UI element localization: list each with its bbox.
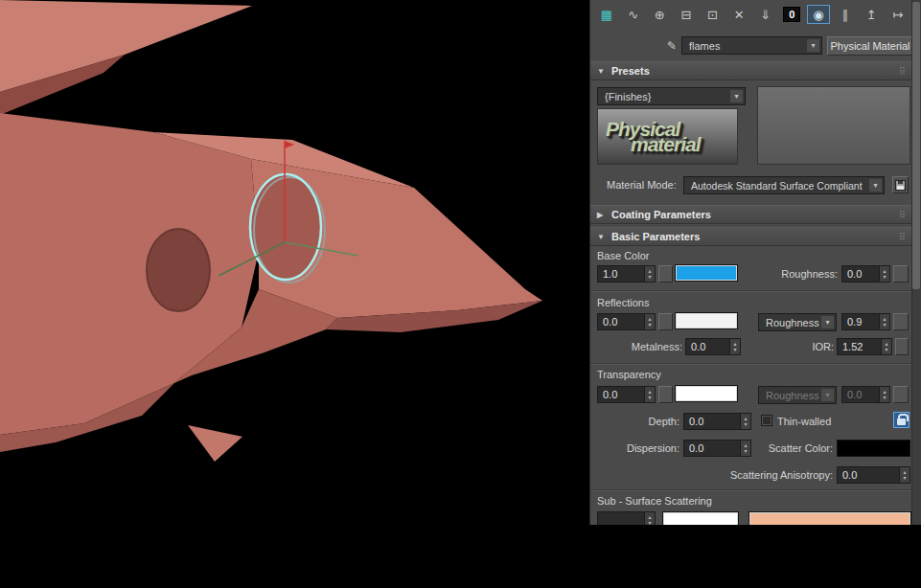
transparency-roughness-spinner: 0.0 bbox=[841, 386, 890, 403]
physical-material-logo: Physical material bbox=[597, 108, 738, 165]
go-forward-icon[interactable]: ↦ bbox=[886, 5, 909, 24]
depth-label: Depth: bbox=[617, 416, 679, 427]
finishes-value: {Finishes} bbox=[605, 91, 651, 102]
base-roughness-spinner[interactable]: 0.0 bbox=[841, 265, 890, 283]
save-icon bbox=[895, 180, 906, 191]
collapse-arrow-icon: ▼ bbox=[597, 233, 606, 241]
drag-grip-icon: ⠿ bbox=[899, 66, 906, 77]
base-weight-map-button[interactable] bbox=[658, 265, 673, 283]
spinner-arrows-icon[interactable] bbox=[740, 414, 750, 429]
reflections-roughness-spinner[interactable]: 0.9 bbox=[841, 313, 890, 330]
clear-material-icon[interactable]: ✕ bbox=[727, 5, 750, 24]
delete-material-icon[interactable]: ⊟ bbox=[675, 5, 698, 24]
sample-type-icon[interactable]: ∿ bbox=[622, 5, 645, 24]
metalness-label: Metalness: bbox=[617, 341, 682, 352]
ior-spinner[interactable]: 1.52 bbox=[837, 338, 892, 355]
collapse-arrow-icon: ▼ bbox=[597, 67, 606, 76]
transparency-roughness-map-button bbox=[893, 386, 909, 403]
presets-rollout-label: Presets bbox=[611, 65, 650, 77]
basic-rollout-header[interactable]: ▼ Basic Parameters ⠿ bbox=[590, 227, 911, 246]
reflections-roughness-map-button[interactable] bbox=[893, 313, 909, 330]
reflections-weight-map-button[interactable] bbox=[658, 313, 673, 330]
base-roughness-map-button[interactable] bbox=[893, 265, 909, 283]
spinner-arrows-icon[interactable] bbox=[899, 467, 909, 483]
metalness-spinner[interactable]: 0.0 bbox=[685, 338, 741, 355]
spinner-arrows-icon[interactable] bbox=[879, 314, 889, 329]
chevron-down-icon bbox=[807, 39, 819, 52]
finishes-dropdown[interactable]: {Finishes} bbox=[597, 87, 746, 105]
material-toolbar: ▦ ∿ ⊕ ⊟ ⊡ ✕ ⇓ 0 ◉ ∥ ↥ ↦ bbox=[592, 3, 912, 26]
material-mode-dropdown[interactable]: Autodesk Standard Surface Compliant bbox=[683, 176, 885, 194]
transparency-weight-spinner[interactable]: 0.0 bbox=[597, 386, 656, 403]
dispersion-spinner[interactable]: 0.0 bbox=[683, 440, 751, 457]
transparency-group-label: Transparency bbox=[597, 369, 661, 380]
assign-material-icon[interactable]: ⊕ bbox=[648, 5, 671, 24]
spinner-arrows-icon[interactable] bbox=[644, 387, 655, 402]
scattering-anisotropy-spinner[interactable]: 0.0 bbox=[837, 466, 910, 484]
basic-rollout-label: Basic Parameters bbox=[611, 231, 700, 242]
depth-spinner[interactable]: 0.0 bbox=[683, 413, 751, 430]
scatter-color-swatch[interactable] bbox=[837, 440, 910, 457]
spinner-arrows-icon[interactable] bbox=[644, 512, 655, 525]
sss-color-swatch[interactable] bbox=[662, 511, 739, 525]
reflections-color-swatch[interactable] bbox=[675, 312, 738, 329]
viewport-3d[interactable] bbox=[0, 0, 589, 588]
thin-walled-checkbox[interactable] bbox=[761, 415, 772, 426]
coating-rollout-header[interactable]: ▶ Coating Parameters ⠿ bbox=[590, 205, 911, 224]
sss-scatter-color-swatch[interactable] bbox=[748, 511, 911, 525]
scrollbar-thumb[interactable] bbox=[912, 2, 920, 289]
chevron-down-icon bbox=[730, 90, 743, 102]
spinner-arrows-icon[interactable] bbox=[881, 339, 891, 354]
spinner-arrows-icon[interactable] bbox=[740, 441, 750, 456]
divider bbox=[590, 489, 911, 491]
spinner-arrows-icon[interactable] bbox=[729, 339, 740, 354]
transparency-color-swatch[interactable] bbox=[675, 385, 738, 402]
material-name-dropdown[interactable]: flames bbox=[681, 36, 822, 55]
pick-material-icon[interactable]: ✎ bbox=[667, 39, 677, 53]
presets-rollout-header[interactable]: ▼ Presets ⠿ bbox=[590, 61, 911, 80]
base-color-group-label: Base Color bbox=[597, 250, 649, 261]
logo-line2: material bbox=[631, 135, 737, 153]
reflections-roughness-mode-dropdown[interactable]: Roughness bbox=[758, 313, 837, 331]
drag-grip-icon: ⠿ bbox=[899, 232, 906, 242]
spinner-arrows-icon[interactable] bbox=[644, 314, 655, 329]
transparency-weight-map-button[interactable] bbox=[658, 386, 673, 403]
material-preview-window[interactable] bbox=[757, 86, 910, 165]
show-end-result-icon[interactable]: ∥ bbox=[834, 5, 857, 24]
show-background-icon[interactable]: ▦ bbox=[595, 5, 618, 24]
divider bbox=[590, 290, 911, 292]
spinner-arrows-icon bbox=[879, 387, 889, 402]
drag-grip-icon: ⠿ bbox=[899, 210, 906, 220]
transparency-roughness-mode-dropdown: Roughness bbox=[758, 386, 837, 404]
base-weight-spinner[interactable]: 1.0 bbox=[597, 265, 656, 283]
chevron-down-icon bbox=[821, 316, 834, 328]
collapse-arrow-icon: ▶ bbox=[597, 211, 606, 219]
divider bbox=[590, 363, 911, 365]
make-unique-icon[interactable]: ⊡ bbox=[702, 5, 725, 24]
sss-group-label: Sub - Surface Scattering bbox=[597, 495, 712, 507]
reflections-group-label: Reflections bbox=[597, 297, 649, 308]
spinner-arrows-icon[interactable] bbox=[879, 266, 889, 282]
material-id-icon[interactable]: 0 bbox=[780, 5, 803, 24]
thin-walled-label: Thin-walled bbox=[777, 416, 831, 427]
chevron-down-icon bbox=[869, 179, 882, 192]
sss-weight-spinner[interactable] bbox=[597, 511, 656, 525]
material-mode-label: Material Mode: bbox=[607, 179, 677, 191]
save-preset-button[interactable] bbox=[892, 176, 909, 193]
base-color-swatch[interactable] bbox=[675, 264, 738, 282]
put-to-library-icon[interactable]: ⇓ bbox=[754, 5, 777, 24]
show-map-in-viewport-icon[interactable]: ◉ bbox=[807, 5, 830, 24]
ior-map-button[interactable] bbox=[895, 338, 909, 355]
material-mode-value: Autodesk Standard Surface Compliant bbox=[691, 180, 863, 192]
reflections-weight-spinner[interactable]: 0.0 bbox=[597, 313, 656, 330]
material-editor-panel: ▦ ∿ ⊕ ⊟ ⊡ ✕ ⇓ 0 ◉ ∥ ↥ ↦ ✎ flames Physica… bbox=[589, 0, 921, 525]
scatter-color-label: Scatter Color: bbox=[758, 442, 833, 454]
spinner-arrows-icon[interactable] bbox=[644, 266, 655, 282]
material-type-button[interactable]: Physical Material bbox=[827, 36, 913, 56]
go-to-parent-icon[interactable]: ↥ bbox=[860, 5, 883, 24]
material-name-value: flames bbox=[689, 40, 720, 52]
lock-button[interactable] bbox=[893, 412, 909, 428]
coating-rollout-label: Coating Parameters bbox=[611, 209, 711, 220]
model-cylinder-cap bbox=[147, 229, 210, 311]
scattering-anisotropy-label: Scattering Anisotropy: bbox=[681, 469, 833, 481]
